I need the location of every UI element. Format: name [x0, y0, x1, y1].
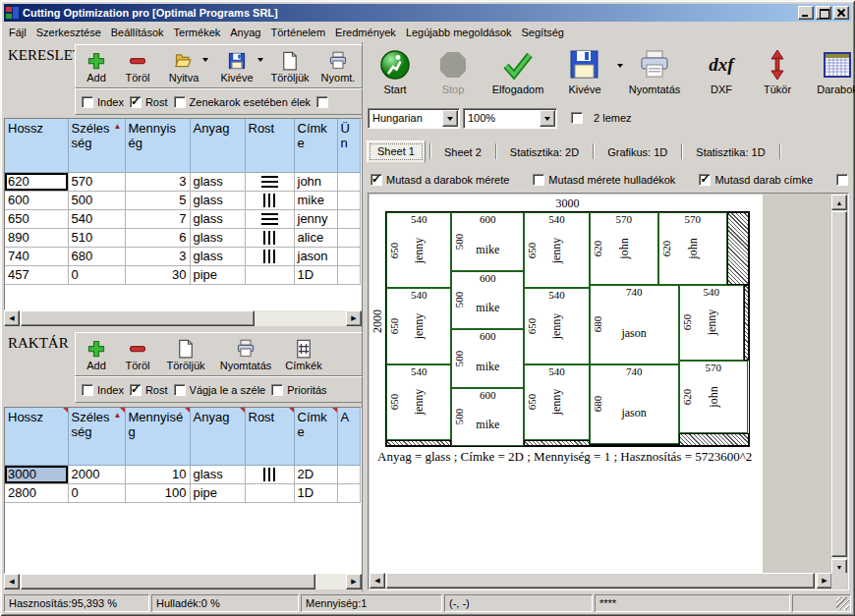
piece-mike[interactable]: 600500mike [451, 271, 524, 330]
tab-sheet-2[interactable]: Sheet 2 [434, 142, 491, 163]
piece-jason[interactable]: 740680jason [590, 364, 679, 444]
chevron-down-icon[interactable] [442, 110, 458, 127]
checkbox-icon[interactable] [571, 112, 583, 124]
checkbox-icon[interactable] [370, 174, 382, 186]
minimize-button[interactable] [798, 6, 814, 20]
print-result-button[interactable]: Nyomtatás [616, 46, 693, 95]
labels-button[interactable]: Címkék [278, 337, 329, 371]
menu-item-segitseg[interactable]: Segítség [517, 25, 569, 40]
piece-jason[interactable]: 740680jason [590, 285, 679, 364]
resize-grip[interactable] [836, 597, 849, 610]
option-index[interactable]: Index [82, 96, 124, 108]
checkbox-icon[interactable] [130, 384, 142, 396]
close-button[interactable] [833, 6, 849, 20]
demand-row[interactable]: 457 0 30 pipe 1D [5, 265, 361, 284]
scroll-right-button[interactable] [346, 574, 362, 589]
maximize-button[interactable] [816, 6, 831, 20]
pieces-button[interactable]: Darabok [805, 46, 855, 95]
demand-row[interactable]: 650 540 7 glass jenny [5, 209, 361, 228]
option-megjel[interactable]: Megjel [836, 174, 850, 186]
demand-row[interactable]: 740 680 3 glass jason [5, 247, 361, 265]
scroll-left-button[interactable] [4, 310, 20, 326]
menu-item-eredmenyek[interactable]: Eredmények [330, 25, 401, 40]
accept-button[interactable]: Elfogadom [483, 46, 553, 95]
piece-john[interactable]: 570620john [590, 212, 658, 285]
tab-sheet-1[interactable]: Sheet 1 [367, 140, 426, 163]
stock-header-cimke[interactable]: Címke [294, 408, 337, 465]
delete-stock-button[interactable]: Töröl [117, 337, 158, 371]
demand-row[interactable]: 620 570 3 glass john [5, 172, 361, 191]
delete-row-button[interactable]: Töröl [117, 49, 158, 84]
zoom-select[interactable]: 100% [463, 108, 557, 129]
option-extra[interactable] [316, 96, 332, 108]
diagram-vscrollbar[interactable] [831, 195, 847, 575]
option-show-waste-sizes[interactable]: Mutasd mérete hulladékok [533, 174, 675, 186]
option-rost[interactable]: Rost [130, 384, 168, 396]
demand-row[interactable]: 890 510 6 glass alice [5, 228, 361, 247]
save-dropdown-icon[interactable] [257, 58, 263, 62]
checkbox-icon[interactable] [533, 174, 544, 186]
checkbox-icon[interactable] [174, 384, 186, 396]
checkbox-icon[interactable] [699, 174, 711, 186]
piece-john[interactable]: 570620john [658, 212, 727, 285]
menu-item-szerkesztese[interactable]: Szerkesztése [31, 25, 106, 40]
selected-cell[interactable]: 3000 [5, 465, 68, 483]
stock-table-hscrollbar[interactable] [4, 574, 362, 589]
scrollbar-thumb[interactable] [386, 573, 815, 588]
piece-jenny[interactable]: 540650jenny [386, 212, 451, 288]
stock-header-szelesseg[interactable]: Szélesség [68, 408, 125, 465]
stock-header-mennyiseg[interactable]: Mennyiség [125, 408, 190, 465]
checkbox-icon[interactable] [82, 384, 93, 396]
export-save-button[interactable]: Kivéve [553, 46, 616, 95]
scroll-right-button[interactable] [817, 573, 832, 588]
piece-jenny[interactable]: 540650jenny [679, 285, 744, 361]
stock-header-hossz[interactable]: Hossz [5, 408, 68, 465]
diagram-hscrollbar[interactable] [370, 573, 832, 588]
piece-jenny[interactable]: 540650jenny [524, 212, 589, 288]
add-row-button[interactable]: Add [76, 49, 117, 84]
demand-header-rost[interactable]: Rost [245, 119, 294, 172]
scroll-left-button[interactable] [4, 574, 20, 589]
demand-header-mennyiseg[interactable]: Mennyiség [125, 119, 190, 172]
piece-jenny[interactable]: 540650jenny [524, 288, 589, 364]
piece-jenny[interactable]: 540650jenny [386, 364, 451, 440]
chevron-down-icon[interactable] [540, 110, 555, 127]
clear-stock-button[interactable]: Töröljük [158, 337, 213, 371]
print-demand-button[interactable]: Nyomt. [315, 49, 361, 84]
scrollbar-thumb[interactable] [21, 310, 255, 326]
mirror-button[interactable]: Tükör [750, 46, 805, 95]
piece-jenny[interactable]: 540650jenny [524, 364, 589, 440]
tab-statisztika-2d[interactable]: Statisztika: 2D [500, 142, 589, 163]
demand-table-hscrollbar[interactable] [4, 310, 362, 326]
demand-header-hossz[interactable]: Hossz [5, 119, 68, 172]
checkbox-icon[interactable] [82, 96, 93, 108]
menu-item-tortenelem[interactable]: Történelem [265, 25, 330, 40]
cutting-sheet[interactable]: 540650jenny540650jenny540650jenny600500m… [385, 211, 750, 447]
option-show-piece-labels[interactable]: Mutasd darab címke [699, 174, 813, 186]
start-button[interactable]: Start [367, 46, 424, 95]
scroll-right-button[interactable] [346, 310, 362, 326]
menu-item-fajl[interactable]: Fájl [4, 25, 31, 40]
checkbox-icon[interactable] [271, 384, 283, 396]
menu-item-anyag[interactable]: Anyag [225, 25, 265, 40]
piece-jenny[interactable]: 540650jenny [386, 288, 451, 364]
stock-header-rost[interactable]: Rost [245, 408, 294, 465]
stock-header-anyag[interactable]: Anyag [190, 408, 245, 465]
dxf-export-button[interactable]: dxf DXF [693, 46, 750, 95]
stock-header-a[interactable]: A [337, 408, 361, 465]
option-zenekarok[interactable]: Zenekarok esetében élek [174, 96, 312, 108]
add-stock-button[interactable]: Add [76, 337, 117, 371]
demand-header-un[interactable]: Ün [337, 119, 361, 172]
menu-item-legujabb-megoldasok[interactable]: Legújabb megoldások [401, 25, 517, 40]
scroll-up-button[interactable] [831, 195, 847, 210]
demand-header-szelesseg[interactable]: Szélesség [68, 119, 125, 172]
option-prioritas[interactable]: Prioritás [271, 384, 326, 396]
scrollbar-thumb[interactable] [831, 211, 847, 557]
clear-button[interactable]: Töröljük [264, 49, 315, 84]
menu-item-termekek[interactable]: Termékek [169, 25, 226, 40]
option-rost[interactable]: Rost [130, 96, 168, 108]
cell-hossz[interactable]: 620 [5, 172, 68, 191]
demand-row[interactable]: 600 500 5 glass mike [5, 191, 361, 209]
piece-mike[interactable]: 600500mike [451, 212, 524, 271]
checkbox-icon[interactable] [836, 174, 848, 186]
